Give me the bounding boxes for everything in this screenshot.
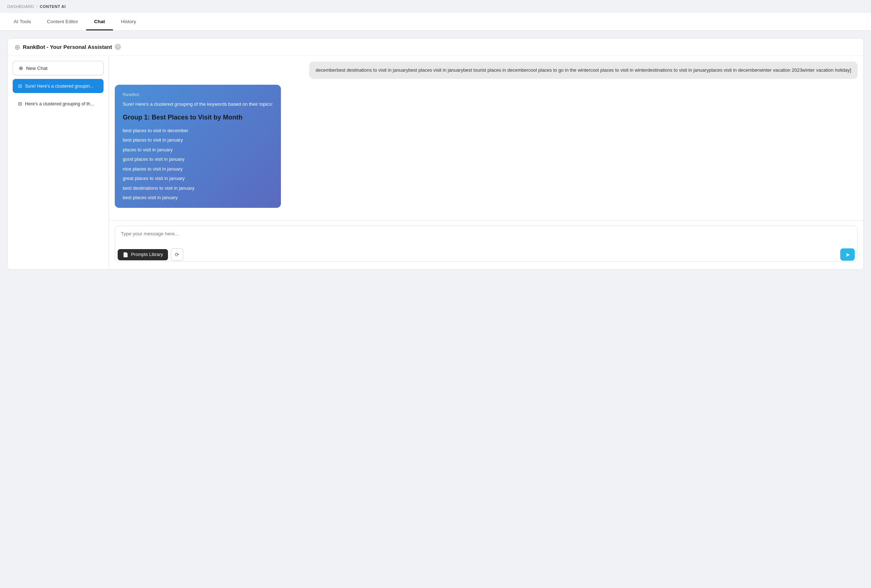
- input-toolbar: 📄 Prompts Library ⟳ ➤: [115, 248, 858, 264]
- bot-message: RankBot: Sure! Here's a clustered groupi…: [115, 85, 281, 208]
- user-message-text: decemberbest destinations to visit in ja…: [316, 67, 851, 73]
- prompts-library-button[interactable]: 📄 Prompts Library: [118, 249, 168, 260]
- breadcrumb-parent[interactable]: DASHBOARD: [7, 4, 34, 9]
- rankbot-icon: ◎: [15, 43, 20, 50]
- refresh-button[interactable]: ⟳: [171, 248, 183, 261]
- rankbot-card: ◎ RankBot - Your Personal Assistant ? ⊕ …: [7, 38, 864, 270]
- chat-main: decemberbest destinations to visit in ja…: [109, 56, 864, 269]
- breadcrumb: DASHBOARD / CONTENT AI: [0, 0, 871, 13]
- chat-history-item-2[interactable]: ⊟ Here's a clustered grouping of th...: [13, 97, 103, 111]
- new-chat-button[interactable]: ⊕ New Chat: [13, 61, 103, 75]
- send-icon: ➤: [845, 251, 850, 258]
- keyword-item: best places to visit in january: [123, 136, 273, 144]
- rankbot-header: ◎ RankBot - Your Personal Assistant ?: [7, 38, 864, 56]
- prompts-icon: 📄: [123, 252, 129, 257]
- chat-sidebar: ⊕ New Chat ⊟ Sure! Here's a clustered gr…: [7, 56, 109, 269]
- keyword-item: places to visit in january: [123, 146, 273, 154]
- chat-item-text-1: Sure! Here's a clustered groupin...: [25, 84, 93, 89]
- help-icon[interactable]: ?: [115, 44, 121, 50]
- chat-messages: decemberbest destinations to visit in ja…: [109, 56, 864, 220]
- chat-layout: ⊕ New Chat ⊟ Sure! Here's a clustered gr…: [7, 56, 864, 269]
- chat-item-icon-1: ⊟: [18, 83, 22, 89]
- bot-intro: Sure! Here's a clustered grouping of the…: [123, 100, 273, 108]
- keyword-item: nice places to visit in january: [123, 165, 273, 173]
- chat-history-item-1[interactable]: ⊟ Sure! Here's a clustered groupin...: [13, 79, 103, 93]
- keyword-list: best places to visit in december best pl…: [123, 127, 273, 202]
- user-message: decemberbest destinations to visit in ja…: [309, 61, 858, 79]
- refresh-icon: ⟳: [175, 251, 179, 257]
- bot-label: RankBot:: [123, 91, 273, 98]
- keyword-item: best places to visit in december: [123, 127, 273, 134]
- breadcrumb-current: CONTENT AI: [40, 4, 66, 9]
- keyword-item: best destinations to visit in january: [123, 184, 273, 192]
- tab-content-editor[interactable]: Content Editor: [39, 13, 86, 30]
- group-title: Group 1: Best Places to Visit by Month: [123, 113, 273, 122]
- chat-item-text-2: Here's a clustered grouping of th...: [25, 102, 94, 106]
- tabs-bar: AI Tools Content Editor Chat History: [0, 13, 871, 31]
- keyword-item: best places visit in january: [123, 194, 273, 201]
- breadcrumb-separator: /: [36, 4, 37, 9]
- chat-item-icon-2: ⊟: [18, 101, 22, 106]
- tab-ai-tools[interactable]: AI Tools: [6, 13, 39, 30]
- send-button[interactable]: ➤: [840, 248, 855, 261]
- tab-history[interactable]: History: [113, 13, 144, 30]
- rankbot-title: RankBot - Your Personal Assistant: [23, 44, 112, 50]
- prompts-library-label: Prompts Library: [131, 252, 163, 257]
- chat-input-area: 📄 Prompts Library ⟳ ➤: [109, 220, 864, 269]
- keyword-item: great places to visit in january: [123, 175, 273, 182]
- new-chat-label: New Chat: [26, 66, 48, 71]
- keyword-item: good places to visit in january: [123, 155, 273, 163]
- tab-chat[interactable]: Chat: [86, 13, 113, 30]
- main-area: ◎ RankBot - Your Personal Assistant ? ⊕ …: [0, 31, 871, 277]
- plus-icon: ⊕: [19, 65, 23, 71]
